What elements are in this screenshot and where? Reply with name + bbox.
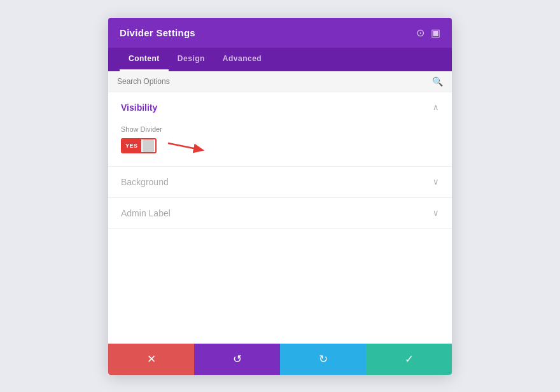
- redo-icon: ↻: [319, 353, 328, 366]
- search-icon: 🔍: [432, 76, 443, 87]
- tab-content[interactable]: Content: [120, 48, 169, 71]
- toggle-knob: [143, 139, 154, 152]
- admin-label-title: Admin Label: [121, 208, 171, 218]
- modal-content: Visibility ∧ Show Divider YES: [108, 92, 452, 344]
- undo-button[interactable]: ↺: [194, 344, 280, 375]
- save-icon: ✓: [405, 353, 414, 366]
- red-arrow-annotation: [162, 137, 213, 156]
- toggle-yes-label: YES: [122, 139, 141, 152]
- settings-icon[interactable]: ⊙: [416, 27, 424, 39]
- tab-design[interactable]: Design: [169, 48, 214, 71]
- visibility-section: Visibility ∧ Show Divider YES: [108, 92, 452, 167]
- modal-footer: ✕ ↺ ↻ ✓: [108, 344, 452, 375]
- search-bar: 🔍: [108, 71, 452, 92]
- visibility-chevron: ∧: [433, 102, 439, 112]
- redo-button[interactable]: ↻: [280, 344, 366, 375]
- background-chevron: ∨: [433, 177, 439, 186]
- admin-label-section-header[interactable]: Admin Label ∨: [108, 198, 452, 228]
- background-section: Background ∨: [108, 167, 452, 198]
- visibility-title: Visibility: [121, 102, 157, 113]
- empty-space: [108, 229, 452, 344]
- layout-icon[interactable]: ▣: [431, 27, 440, 39]
- save-button[interactable]: ✓: [366, 344, 452, 375]
- visibility-content: Show Divider YES: [108, 123, 452, 166]
- tab-bar: Content Design Advanced: [108, 48, 452, 71]
- admin-label-section: Admin Label ∨: [108, 198, 452, 229]
- search-input[interactable]: [117, 77, 432, 86]
- svg-line-0: [168, 143, 200, 150]
- visibility-section-header[interactable]: Visibility ∧: [108, 92, 452, 123]
- modal-header: Divider Settings ⊙ ▣: [108, 18, 452, 48]
- toggle-arrow-wrapper: YES: [121, 138, 439, 153]
- undo-icon: ↺: [233, 353, 242, 366]
- show-divider-toggle[interactable]: YES: [121, 138, 157, 153]
- cancel-icon: ✕: [147, 353, 156, 366]
- background-section-header[interactable]: Background ∨: [108, 167, 452, 197]
- background-title: Background: [121, 177, 169, 187]
- header-icons: ⊙ ▣: [416, 27, 440, 39]
- divider-settings-modal: Divider Settings ⊙ ▣ Content Design Adva…: [108, 18, 452, 375]
- tab-advanced[interactable]: Advanced: [214, 48, 270, 71]
- modal-title: Divider Settings: [120, 27, 195, 38]
- cancel-button[interactable]: ✕: [108, 344, 194, 375]
- admin-label-chevron: ∨: [433, 208, 439, 218]
- show-divider-label: Show Divider: [121, 125, 439, 133]
